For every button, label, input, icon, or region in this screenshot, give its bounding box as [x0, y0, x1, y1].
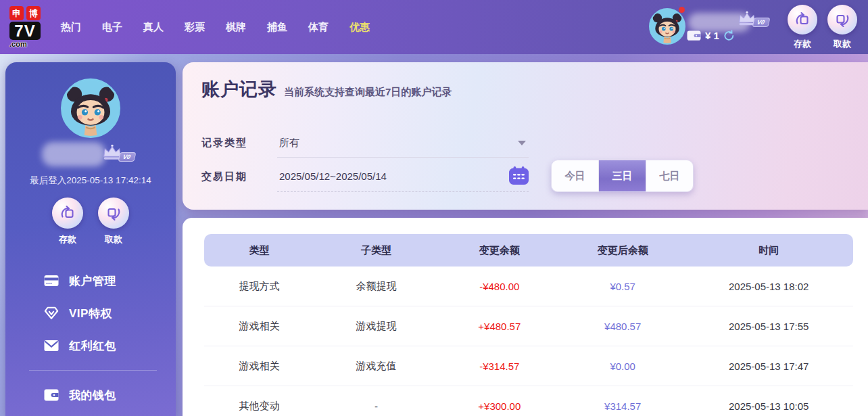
vip-badge: V0 — [752, 18, 771, 27]
avatar-cartoon-icon — [650, 9, 684, 43]
screen: 申 博 7V .com 热门电子真人彩票棋牌捕鱼体育优惠 V0 ¥ — [0, 0, 868, 416]
cell-time: 2025-05-13 10:05 — [684, 386, 853, 416]
deposit-button[interactable]: 存款 — [788, 5, 817, 50]
logo-badge-right: 博 — [26, 6, 41, 20]
sidebar-item-label: 红利红包 — [69, 338, 116, 354]
column-header: 变更后余额 — [561, 234, 684, 267]
card-icon — [44, 273, 59, 288]
nav-item-体育[interactable]: 体育 — [308, 21, 329, 34]
records-table: 类型子类型变更余额变更后余额时间 提现方式余额提现-¥480.00¥0.5720… — [204, 234, 853, 416]
envelope-icon — [44, 338, 59, 353]
nav-item-捕鱼[interactable]: 捕鱼 — [267, 21, 287, 34]
logo-badges: 申 博 — [9, 6, 53, 20]
cell-change: +¥300.00 — [438, 386, 561, 416]
logo-main-text: 7V — [9, 22, 41, 40]
column-header: 时间 — [684, 234, 853, 267]
sidebar-menu: 账户管理 VIP特权 红利红包 我的钱包 充提明细 — [5, 264, 176, 416]
vip-level[interactable]: V0 — [101, 143, 143, 165]
range-button-七日[interactable]: 七日 — [646, 160, 693, 191]
cell-change: +¥480.57 — [438, 306, 561, 346]
cell-type: 游戏相关 — [204, 306, 314, 346]
avatar[interactable] — [61, 78, 120, 138]
action-label: 取款 — [105, 233, 122, 246]
balance-amount: ¥ 1 — [705, 30, 719, 41]
cell-time: 2025-05-13 17:55 — [684, 306, 853, 346]
site-logo[interactable]: 申 博 7V .com — [9, 6, 53, 48]
user-cluster: V0 ¥ 1 — [644, 0, 786, 54]
avatar[interactable] — [649, 8, 685, 45]
sidebar-item-红利红包[interactable]: 红利红包 — [5, 329, 176, 362]
record-type-label: 记录类型 — [201, 137, 247, 149]
table-row: 游戏相关游戏提现+¥480.57¥480.572025-05-13 17:55 — [204, 306, 853, 346]
topbar: 申 博 7V .com 热门电子真人彩票棋牌捕鱼体育优惠 V0 ¥ — [0, 0, 868, 54]
date-range-underline — [277, 191, 529, 192]
last-login-text: 最后登入2025-05-13 17:42:14 — [5, 175, 176, 187]
deposit-button[interactable]: 存款 — [52, 198, 83, 246]
page-subtitle: 当前系统支持查询最近7日的账户记录 — [284, 86, 452, 101]
table-row: 提现方式余额提现-¥480.00¥0.572025-05-13 18:02 — [204, 267, 853, 306]
withdraw-button[interactable]: 取款 — [827, 5, 857, 50]
table-row: 其他变动-+¥300.00¥314.572025-05-13 10:05 — [204, 386, 853, 416]
vip-badge: V0 — [118, 152, 137, 162]
record-type-select-value[interactable]: 所有 — [279, 137, 299, 149]
column-header: 类型 — [204, 234, 314, 267]
vip-level[interactable]: V0 — [737, 10, 779, 30]
sidebar-item-label: VIP特权 — [69, 306, 112, 321]
nav-item-棋牌[interactable]: 棋牌 — [226, 21, 246, 34]
cell-type: 提现方式 — [204, 267, 314, 306]
chevron-down-icon[interactable] — [518, 141, 526, 145]
deposit-icon — [788, 5, 817, 34]
date-range-value[interactable]: 2025/05/12~2025/05/14 — [279, 170, 387, 182]
main-nav: 热门电子真人彩票棋牌捕鱼体育优惠 — [61, 0, 370, 54]
page-background: V0 最后登入2025-05-13 17:42:14 存款 取款 账户管理 VI… — [0, 54, 868, 416]
cell-time: 2025-05-13 17:47 — [684, 346, 853, 386]
wallet-icon — [44, 388, 59, 402]
cell-change: -¥480.00 — [438, 267, 561, 306]
sidebar-item-label: 账户管理 — [69, 273, 116, 289]
cell-subtype: 余额提现 — [314, 267, 437, 306]
cell-subtype: 游戏充值 — [314, 346, 437, 386]
sidebar-item-label: 我的钱包 — [69, 388, 116, 403]
cell-balance_after: ¥480.57 — [561, 306, 684, 346]
records-table-panel: 类型子类型变更余额变更后余额时间 提现方式余额提现-¥480.00¥0.5720… — [183, 218, 868, 416]
cell-type: 游戏相关 — [204, 346, 314, 386]
sidebar-item-账户管理[interactable]: 账户管理 — [5, 264, 176, 297]
sidebar: V0 最后登入2025-05-13 17:42:14 存款 取款 账户管理 VI… — [5, 62, 176, 416]
notification-dot — [679, 7, 685, 13]
nav-item-真人[interactable]: 真人 — [143, 21, 164, 34]
calendar-icon[interactable] — [509, 166, 529, 185]
table-header-row: 类型子类型变更余额变更后余额时间 — [204, 234, 853, 267]
account-records-panel: 账户记录 当前系统支持查询最近7日的账户记录 记录类型 所有 交易日期 2025… — [183, 62, 868, 210]
username-redacted — [42, 142, 105, 166]
action-label: 存款 — [59, 233, 76, 246]
action-label: 取款 — [834, 38, 851, 50]
refresh-balance-icon[interactable] — [723, 30, 735, 41]
page-title: 账户记录 — [201, 77, 277, 101]
withdraw-button[interactable]: 取款 — [98, 198, 129, 246]
nav-item-彩票[interactable]: 彩票 — [185, 21, 205, 34]
cell-change: -¥314.57 — [438, 346, 561, 386]
avatar-cartoon-icon — [63, 80, 118, 136]
date-range-quick-buttons: 今日三日七日 — [551, 160, 694, 192]
cell-balance_after: ¥314.57 — [561, 386, 684, 416]
cell-subtype: - — [314, 386, 437, 416]
sidebar-item-充提明细[interactable]: 充提明细 — [5, 411, 176, 416]
sidebar-item-我的钱包[interactable]: 我的钱包 — [5, 379, 176, 411]
nav-item-电子[interactable]: 电子 — [102, 21, 122, 34]
range-button-今日[interactable]: 今日 — [552, 160, 599, 191]
nav-item-优惠[interactable]: 优惠 — [349, 21, 370, 34]
record-type-underline — [277, 157, 529, 158]
cell-subtype: 游戏提现 — [314, 306, 437, 346]
column-header: 子类型 — [314, 234, 437, 267]
range-button-三日[interactable]: 三日 — [599, 160, 646, 191]
logo-suffix-text: .com — [9, 40, 53, 48]
sidebar-item-VIP特权[interactable]: VIP特权 — [5, 297, 176, 329]
cell-time: 2025-05-13 18:02 — [684, 267, 853, 306]
nav-item-热门[interactable]: 热门 — [61, 21, 81, 34]
cell-balance_after: ¥0.00 — [561, 346, 684, 386]
cell-type: 其他变动 — [204, 386, 314, 416]
gem-icon — [44, 306, 59, 321]
sidebar-actions: 存款 取款 — [5, 198, 176, 246]
logo-badge-left: 申 — [9, 6, 24, 20]
withdraw-icon — [827, 5, 857, 34]
